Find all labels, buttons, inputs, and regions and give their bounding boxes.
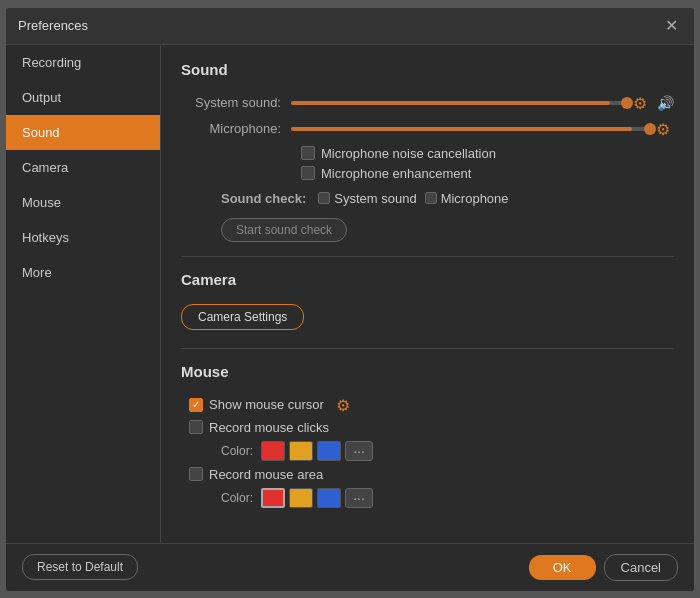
microphone-thumb[interactable] [644,123,656,135]
noise-cancellation-checkbox[interactable] [301,146,315,160]
color-more-button-1[interactable]: ··· [345,441,373,461]
camera-section-title: Camera [181,271,674,292]
dialog-title: Preferences [18,18,88,33]
system-sound-track[interactable] [291,101,627,105]
camera-divider [181,348,674,349]
enhancement-row: Microphone enhancement [301,166,674,181]
sound-section-title: Sound [181,61,674,82]
system-sound-check-checkbox[interactable] [318,192,330,204]
footer-right: OK Cancel [529,554,678,581]
color-swatch-yellow-1[interactable] [289,441,313,461]
preferences-dialog: Preferences ✕ Recording Output Sound Cam… [5,7,695,592]
enhancement-label: Microphone enhancement [321,166,471,181]
microphone-track[interactable] [291,127,650,131]
noise-cancellation-row: Microphone noise cancellation [301,146,674,161]
enhancement-checkbox[interactable] [301,166,315,180]
microphone-label: Microphone: [181,121,291,136]
sidebar-item-camera[interactable]: Camera [6,150,160,185]
color-swatch-yellow-2[interactable] [289,488,313,508]
microphone-check-option: Microphone [425,191,509,206]
show-cursor-row: ✓ Show mouse cursor ⚙ [189,396,674,414]
sidebar-item-more[interactable]: More [6,255,160,290]
show-cursor-label: Show mouse cursor [209,397,324,412]
sound-check-row: Sound check: System sound Microphone [221,191,674,206]
microphone-slider-container: ⚙ [291,120,674,138]
main-content: Recording Output Sound Camera Mouse Hotk… [6,45,694,543]
record-clicks-row: Record mouse clicks [189,420,674,435]
color-row-2: Color: ··· [221,488,674,508]
microphone-check-checkbox[interactable] [425,192,437,204]
color-swatch-red-1[interactable] [261,441,285,461]
record-area-checkbox[interactable] [189,467,203,481]
system-sound-label: System sound: [181,95,291,110]
record-clicks-label: Record mouse clicks [209,420,329,435]
noise-cancellation-label: Microphone noise cancellation [321,146,496,161]
close-button[interactable]: ✕ [661,16,682,36]
system-sound-row: System sound: ⚙ 🔊 [181,94,674,112]
sidebar: Recording Output Sound Camera Mouse Hotk… [6,45,161,543]
mouse-section-title: Mouse [181,363,674,384]
color-label-1: Color: [221,444,253,458]
microphone-fill [291,127,632,131]
sidebar-item-output[interactable]: Output [6,80,160,115]
record-clicks-checkbox[interactable] [189,420,203,434]
record-area-row: Record mouse area [189,467,674,482]
system-sound-check-option: System sound [318,191,416,206]
start-sound-check-container: Start sound check [221,212,674,242]
color-label-2: Color: [221,491,253,505]
content-area: Sound System sound: ⚙ 🔊 Microphone: [161,45,694,543]
show-cursor-gear-icon[interactable]: ⚙ [336,396,354,414]
camera-settings-button[interactable]: Camera Settings [181,304,304,330]
system-sound-check-label: System sound [334,191,416,206]
color-swatch-red-2[interactable] [261,488,285,508]
sidebar-item-recording[interactable]: Recording [6,45,160,80]
microphone-gear-icon[interactable]: ⚙ [656,120,674,138]
sidebar-item-hotkeys[interactable]: Hotkeys [6,220,160,255]
start-sound-check-button[interactable]: Start sound check [221,218,347,242]
sidebar-item-sound[interactable]: Sound [6,115,160,150]
ok-button[interactable]: OK [529,555,596,580]
system-sound-slider-container: ⚙ 🔊 [291,94,674,112]
footer: Reset to Default OK Cancel [6,543,694,591]
show-cursor-checkbox[interactable]: ✓ [189,398,203,412]
system-sound-fill [291,101,610,105]
system-sound-gear-icon[interactable]: ⚙ [633,94,651,112]
microphone-check-label: Microphone [441,191,509,206]
color-swatch-blue-1[interactable] [317,441,341,461]
sound-divider [181,256,674,257]
reset-button[interactable]: Reset to Default [22,554,138,580]
color-swatch-blue-2[interactable] [317,488,341,508]
microphone-row: Microphone: ⚙ [181,120,674,138]
record-area-label: Record mouse area [209,467,323,482]
sound-check-label: Sound check: [221,191,306,206]
color-more-button-2[interactable]: ··· [345,488,373,508]
cancel-button[interactable]: Cancel [604,554,678,581]
sidebar-item-mouse[interactable]: Mouse [6,185,160,220]
system-sound-thumb[interactable] [621,97,633,109]
color-row-1: Color: ··· [221,441,674,461]
title-bar: Preferences ✕ [6,8,694,45]
speaker-icon: 🔊 [657,95,674,111]
